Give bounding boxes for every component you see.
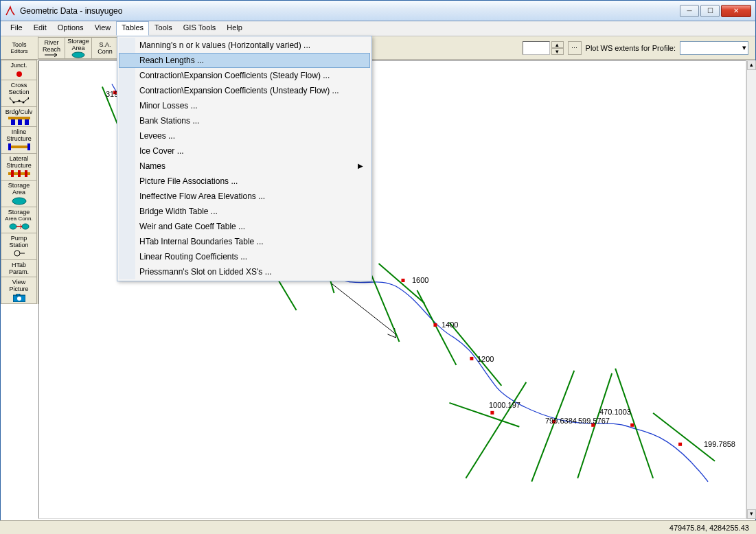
tc-storage-area-conn[interactable]: Storage Area Conn. <box>1 207 37 233</box>
editors-editors-text: Editors <box>11 48 28 54</box>
xs-icon <box>10 97 29 105</box>
svg-line-38 <box>531 371 574 482</box>
dd-ice-cover[interactable]: Ice Cover ... <box>119 143 370 159</box>
svg-rect-44 <box>433 323 437 327</box>
dd-weir-gate[interactable]: Weir and Gate Coeff Table ... <box>119 219 370 234</box>
svg-rect-13 <box>8 143 11 150</box>
svg-line-37 <box>466 382 526 478</box>
svg-point-6 <box>22 102 24 104</box>
scroll-down-button[interactable]: ▾ <box>747 509 756 519</box>
vertical-scrollbar[interactable]: ▴ ▾ <box>746 60 756 519</box>
camera-icon <box>13 294 25 302</box>
dd-bridge-width[interactable]: Bridge Width Table ... <box>119 204 370 219</box>
lateral-icon <box>8 170 30 178</box>
menu-gis-tools[interactable]: GIS Tools <box>178 21 222 36</box>
tc-junct[interactable]: Junct. <box>1 60 37 80</box>
svg-rect-49 <box>630 423 634 427</box>
scroll-up-button[interactable]: ▴ <box>747 60 756 70</box>
svg-rect-12 <box>8 146 30 148</box>
titlebar: Geometric Data - insuyugeo ─ ☐ ✕ <box>1 1 755 21</box>
spin-down[interactable]: ▾ <box>551 48 564 55</box>
bridge-icon <box>8 117 30 125</box>
extents-menu-button[interactable]: ⋯ <box>568 41 582 55</box>
saconn-icon <box>9 223 30 231</box>
svg-rect-26 <box>16 294 20 296</box>
station-799: 799.6384 <box>545 417 577 425</box>
dd-mannings[interactable]: Manning's n or k values (Horizontally va… <box>119 38 370 53</box>
dd-reach-lengths[interactable]: Reach Lengths ... <box>119 53 370 68</box>
storage-icon <box>71 51 85 58</box>
tc-inline-structure[interactable]: Inline Structure <box>1 126 37 154</box>
svg-point-5 <box>18 100 20 102</box>
tc-view-picture[interactable]: View Picture <box>1 277 37 304</box>
svg-rect-16 <box>11 170 14 177</box>
tc-htab-param[interactable]: HTab Param. <box>1 259 37 277</box>
dd-picture-file[interactable]: Picture File Associations ... <box>119 174 370 189</box>
toolbar-sa-conn[interactable]: S.A. Conn <box>91 37 119 59</box>
dd-minor-losses[interactable]: Minor Losses ... <box>119 98 370 113</box>
menu-options[interactable]: Options <box>52 21 89 36</box>
menu-file[interactable]: File <box>5 21 28 36</box>
tc-cross-section[interactable]: Cross Section <box>1 80 37 107</box>
svg-point-2 <box>16 71 22 77</box>
menu-view[interactable]: View <box>89 21 117 36</box>
station-1200: 1200 <box>477 355 494 363</box>
pump-icon <box>12 250 26 258</box>
svg-point-21 <box>22 224 29 229</box>
tool-column: Junct. Cross Section Brdg/Culv Inline St… <box>1 60 38 304</box>
tc-pump-station[interactable]: Pump Station <box>1 233 37 260</box>
tc-lateral-structure[interactable]: Lateral Structure <box>1 153 37 181</box>
toolbar: Tools Editors River Reach Storage Area S… <box>1 36 755 60</box>
dd-bank-stations[interactable]: Bank Stations ... <box>119 113 370 128</box>
submenu-arrow-icon: ▶ <box>358 162 363 170</box>
editors-tools-text: Tools <box>12 41 26 48</box>
svg-point-19 <box>12 198 26 205</box>
svg-rect-46 <box>490 411 494 415</box>
plot-ws-label: Plot WS extents for Profile: <box>586 44 676 52</box>
svg-rect-8 <box>8 117 30 119</box>
menu-edit[interactable]: Edit <box>28 21 52 36</box>
station-1000: 1000.197 <box>489 401 520 409</box>
svg-rect-43 <box>401 279 404 282</box>
svg-point-1 <box>72 52 84 58</box>
svg-point-4 <box>12 102 14 104</box>
svg-rect-11 <box>25 119 29 125</box>
dd-levees[interactable]: Levees ... <box>119 128 370 143</box>
svg-point-27 <box>17 297 21 301</box>
tc-storage-area[interactable]: Storage Area <box>1 180 37 207</box>
menu-help[interactable]: Help <box>221 21 248 36</box>
inline-icon <box>8 143 30 152</box>
svg-point-20 <box>10 224 16 229</box>
dd-htab-boundaries[interactable]: HTab Internal Boundaries Table ... <box>119 234 370 249</box>
svg-rect-9 <box>11 119 15 125</box>
svg-line-41 <box>653 413 715 461</box>
spin-up[interactable]: ▴ <box>551 41 564 48</box>
svg-rect-10 <box>18 119 22 125</box>
dd-linear-routing[interactable]: Linear Routing Coefficients ... <box>119 249 370 264</box>
dd-names[interactable]: Names▶ <box>119 159 370 174</box>
plot-ws-combo[interactable]: ▾ <box>680 41 748 55</box>
toolbar-river-reach[interactable]: River Reach <box>38 37 65 59</box>
tc-brdg-culv[interactable]: Brdg/Culv <box>1 106 37 127</box>
menubar: File Edit Options View Tables Tools GIS … <box>1 21 755 36</box>
svg-line-39 <box>577 373 612 478</box>
dd-ineffective-flow[interactable]: Ineffective Flow Area Elevations ... <box>119 189 370 204</box>
window-title: Geometric Data - insuyugeo <box>20 6 680 16</box>
station-1400: 1400 <box>442 321 458 329</box>
dd-contraction-unsteady[interactable]: Contraction\Expansion Coefficients (Unst… <box>119 83 370 98</box>
svg-rect-14 <box>27 143 30 150</box>
dd-priessmann[interactable]: Priessmann's Slot on Lidded XS's ... <box>119 264 370 279</box>
scroll-track[interactable] <box>747 70 756 509</box>
svg-rect-45 <box>470 357 473 360</box>
menu-tables[interactable]: Tables <box>116 21 149 36</box>
toolbar-storage-area[interactable]: Storage Area <box>65 37 92 59</box>
menu-tools[interactable]: Tools <box>149 21 178 36</box>
minimize-button[interactable]: ─ <box>680 5 699 17</box>
num-field-1[interactable] <box>523 41 550 55</box>
maximize-button[interactable]: ☐ <box>700 5 720 17</box>
close-button[interactable]: ✕ <box>721 5 751 17</box>
statusbar: 479475.84, 4284255.43 <box>0 520 756 534</box>
tables-dropdown: Manning's n or k values (Horizontally va… <box>117 36 372 281</box>
dd-contraction-steady[interactable]: Contraction\Expansion Coefficients (Stea… <box>119 68 370 83</box>
station-199: 199.7858 <box>704 440 735 448</box>
